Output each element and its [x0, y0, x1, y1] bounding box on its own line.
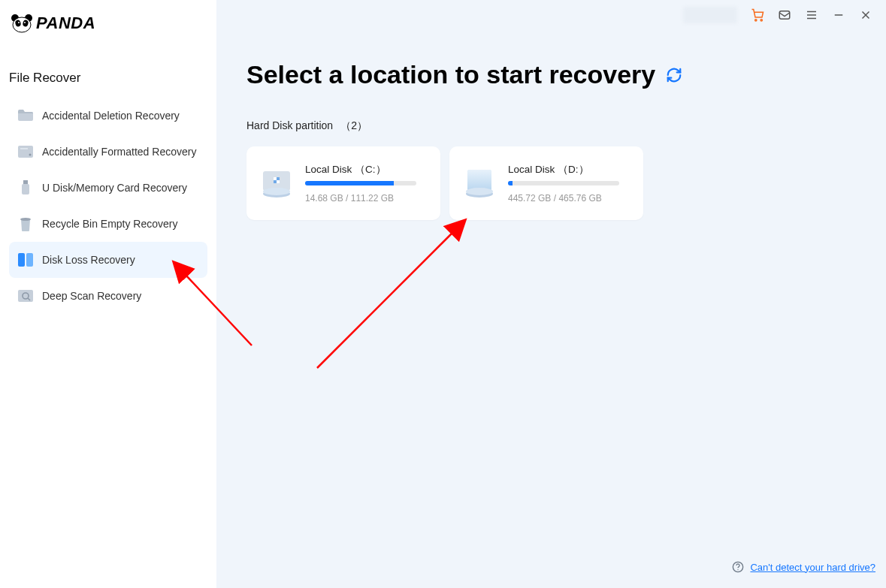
- mail-icon[interactable]: [778, 8, 791, 22]
- cart-icon[interactable]: [751, 8, 764, 22]
- sidebar-item-disk-loss[interactable]: Disk Loss Recovery: [9, 242, 207, 278]
- svg-rect-33: [277, 180, 280, 183]
- svg-rect-35: [467, 170, 491, 191]
- disk-usage-bar: [508, 181, 619, 185]
- scan-icon: [18, 288, 33, 303]
- disk-stack-icon: [18, 252, 33, 267]
- app-logo: PANDA: [0, 8, 216, 41]
- sidebar-title: File Recover: [0, 41, 216, 98]
- sidebar-item-label: Deep Scan Recovery: [42, 290, 141, 302]
- svg-point-5: [18, 22, 20, 23]
- disk-usage-bar: [305, 181, 416, 185]
- content: Select a location to start recovery Hard…: [216, 30, 886, 220]
- svg-point-6: [24, 22, 26, 23]
- sidebar: PANDA File Recover Accidental Deletion R…: [0, 0, 216, 588]
- disk-card-d[interactable]: Local Disk （D:） 445.72 GB / 465.76 GB: [449, 146, 643, 220]
- page-title: Select a location to start recovery: [246, 60, 856, 89]
- svg-point-39: [738, 569, 739, 570]
- sidebar-item-deep-scan[interactable]: Deep Scan Recovery: [9, 278, 207, 314]
- help-link[interactable]: Can't detect your hard drive?: [732, 561, 875, 573]
- system-disk-icon: [260, 167, 293, 200]
- question-icon: [732, 561, 744, 573]
- sidebar-item-label: Accidentally Formatted Recovery: [42, 146, 196, 158]
- close-icon[interactable]: [859, 8, 872, 22]
- svg-rect-16: [18, 290, 33, 302]
- disk-name: Local Disk （D:）: [508, 163, 630, 176]
- sidebar-item-label: Accidental Deletion Recovery: [42, 110, 180, 122]
- disk-usage-text: 445.72 GB / 465.76 GB: [508, 193, 630, 204]
- svg-rect-12: [22, 184, 29, 194]
- page-title-text: Select a location to start recovery: [246, 60, 655, 89]
- data-disk-icon: [463, 167, 496, 200]
- minimize-icon[interactable]: [832, 8, 845, 22]
- drive-icon: [18, 144, 33, 159]
- panda-icon: [11, 14, 33, 33]
- app-name: PANDA: [36, 14, 95, 33]
- disk-usage-text: 14.68 GB / 111.22 GB: [305, 193, 427, 204]
- svg-rect-32: [274, 177, 277, 180]
- disk-name: Local Disk （C:）: [305, 163, 427, 176]
- sidebar-item-accidental-deletion[interactable]: Accidental Deletion Recovery: [9, 98, 207, 134]
- svg-rect-11: [23, 180, 28, 184]
- main-panel: Select a location to start recovery Hard…: [216, 0, 886, 588]
- svg-point-20: [761, 20, 762, 21]
- svg-point-9: [29, 154, 32, 156]
- sidebar-item-label: Disk Loss Recovery: [42, 254, 135, 266]
- sidebar-item-formatted[interactable]: Accidentally Formatted Recovery: [9, 134, 207, 170]
- sidebar-item-label: U Disk/Memory Card Recovery: [42, 182, 187, 194]
- help-link-text[interactable]: Can't detect your hard drive?: [750, 562, 875, 573]
- section-label: Hard Disk partition （2）: [246, 119, 856, 133]
- usb-icon: [18, 180, 33, 195]
- svg-rect-21: [779, 11, 790, 20]
- disk-list: Local Disk （C:） 14.68 GB / 111.22 GB: [246, 146, 856, 220]
- section-count: （2）: [340, 119, 367, 133]
- svg-point-19: [755, 20, 757, 21]
- section-label-text: Hard Disk partition: [246, 119, 333, 133]
- refresh-icon[interactable]: [666, 67, 682, 83]
- menu-icon[interactable]: [805, 8, 818, 22]
- svg-rect-8: [18, 146, 33, 158]
- disk-usage-fill: [508, 181, 513, 185]
- sidebar-item-label: Recycle Bin Empty Recovery: [42, 218, 178, 230]
- folder-icon: [18, 108, 33, 123]
- trash-icon: [18, 216, 33, 231]
- sidebar-item-recycle-bin[interactable]: Recycle Bin Empty Recovery: [9, 206, 207, 242]
- svg-point-37: [466, 188, 493, 195]
- nav-list: Accidental Deletion Recovery Accidentall…: [0, 98, 216, 314]
- svg-rect-14: [18, 253, 25, 267]
- titlebar: [216, 0, 886, 30]
- svg-point-13: [20, 218, 31, 221]
- disk-usage-fill: [305, 181, 394, 185]
- svg-point-30: [263, 188, 290, 195]
- svg-rect-10: [20, 148, 28, 149]
- svg-rect-15: [26, 253, 33, 267]
- disk-card-c[interactable]: Local Disk （C:） 14.68 GB / 111.22 GB: [246, 146, 440, 220]
- svg-point-2: [13, 17, 31, 32]
- sidebar-item-usb[interactable]: U Disk/Memory Card Recovery: [9, 170, 207, 206]
- user-area-blurred: [683, 7, 737, 23]
